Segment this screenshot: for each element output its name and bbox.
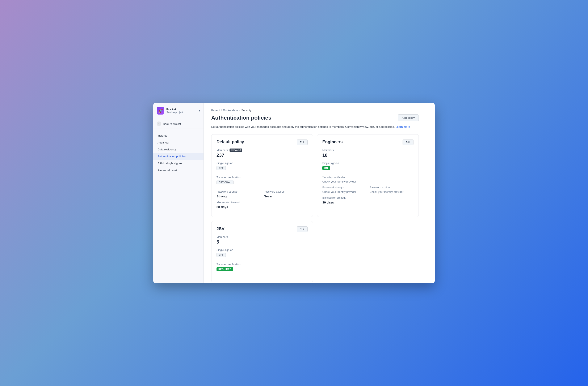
- engineers-policy-pw-row: Password strength Check your identity pr…: [322, 186, 414, 193]
- main-content: Project / Rocket desk / Security Authent…: [204, 103, 435, 283]
- sidebar-project-name: Rocket: [166, 108, 183, 111]
- 2sv-policy-edit-button[interactable]: Edit: [297, 226, 308, 232]
- policy-card-engineers: Engineers Edit Members 18 Single sign-on…: [317, 134, 419, 217]
- engineers-policy-sso-badge: ON: [322, 166, 330, 170]
- default-policy-edit-button[interactable]: Edit: [297, 139, 308, 145]
- engineers-policy-2sv-value: Check your identity provider: [322, 180, 414, 183]
- policy-card-2sv: 2SV Edit Members 5 Single sign-on OFF Tw…: [211, 221, 313, 282]
- engineers-policy-members-label: Members: [322, 149, 414, 152]
- default-policy-badge: DEFAULT: [230, 149, 242, 152]
- 2sv-policy-sso-label: Single sign-on: [216, 249, 308, 251]
- sidebar-header[interactable]: 🚀 Rocket Service project ▾: [153, 103, 204, 119]
- default-policy-idle-section: Idle session timeout 30 days: [216, 201, 308, 209]
- sidebar-item-auth-policies[interactable]: Authentication policies: [153, 153, 204, 160]
- sidebar-item-insights[interactable]: Insights: [153, 132, 204, 139]
- 2sv-policy-2sv-section: Two-step verification REQUIRED: [216, 263, 308, 274]
- default-policy-pw-expires-label: Password expires: [264, 190, 308, 193]
- app-container: 🚀 Rocket Service project ▾ ← Back to pro…: [153, 103, 435, 283]
- breadcrumb-rocket-desk[interactable]: Rocket desk: [223, 109, 238, 112]
- page-description: Set authentication policies with your ma…: [211, 125, 419, 129]
- sidebar: 🚀 Rocket Service project ▾ ← Back to pro…: [153, 103, 204, 283]
- add-policy-button[interactable]: Add policy: [398, 114, 419, 121]
- default-policy-members-count: 237: [216, 153, 308, 158]
- engineers-policy-idle-label: Idle session timeout: [322, 196, 414, 199]
- back-to-project-label: Back to project: [163, 122, 181, 125]
- 2sv-policy-2sv-badge: REQUIRED: [216, 267, 233, 271]
- page-title: Authentication policies: [211, 115, 271, 121]
- sidebar-project-info: Rocket Service project: [166, 108, 183, 114]
- engineers-policy-pw-strength: Password strength Check your identity pr…: [322, 186, 366, 193]
- engineers-policy-2sv-section: Two-step verification Check your identit…: [322, 176, 414, 183]
- 2sv-policy-sso-badge: OFF: [216, 253, 226, 257]
- engineers-policy-idle-value: 30 days: [322, 201, 414, 204]
- engineers-policy-edit-button[interactable]: Edit: [402, 139, 414, 145]
- content-inner: Project / Rocket desk / Security Authent…: [204, 103, 426, 283]
- engineers-policy-pw-expires: Password expires Check your identity pro…: [370, 186, 414, 193]
- back-to-project-button[interactable]: ← Back to project: [153, 119, 204, 129]
- default-policy-sso-badge: OFF: [216, 166, 226, 170]
- engineers-policy-2sv-label: Two-step verification: [322, 176, 414, 179]
- default-policy-2sv-section: Two-step verification OPTIONAL: [216, 176, 308, 187]
- default-policy-pw-expires-value: Never: [264, 194, 308, 198]
- breadcrumb: Project / Rocket desk / Security: [211, 109, 419, 112]
- engineers-policy-sso-label: Single sign-on: [322, 162, 414, 165]
- 2sv-policy-members-label: Members: [216, 235, 308, 238]
- breadcrumb-sep-1: /: [221, 109, 222, 112]
- default-policy-sso-label: Single sign-on: [216, 162, 308, 165]
- page-header: Authentication policies Add policy: [211, 114, 419, 121]
- engineers-policy-members-count: 18: [322, 153, 414, 158]
- default-policy-sso-section: Single sign-on OFF: [216, 162, 308, 173]
- policy-card-default: Default policy Edit Members DEFAULT 237 …: [211, 134, 313, 217]
- default-policy-pw-strength: Password strength Strong: [216, 190, 260, 198]
- sidebar-item-audit-log[interactable]: Audit log: [153, 139, 204, 146]
- engineers-policy-sso-section: Single sign-on ON: [322, 162, 414, 173]
- default-policy-pw-strength-value: Strong: [216, 194, 260, 198]
- sidebar-item-password-reset[interactable]: Password reset: [153, 167, 204, 174]
- 2sv-policy-2sv-label: Two-step verification: [216, 263, 308, 266]
- breadcrumb-sep-2: /: [239, 109, 240, 112]
- default-policy-members-label: Members DEFAULT: [216, 149, 308, 152]
- default-policy-2sv-label: Two-step verification: [216, 176, 308, 179]
- 2sv-policy-title: 2SV: [216, 226, 225, 231]
- sidebar-nav: Insights Audit log Data residency Authen…: [153, 129, 204, 283]
- default-policy-idle-label: Idle session timeout: [216, 201, 308, 204]
- 2sv-policy-sso-section: Single sign-on OFF: [216, 249, 308, 260]
- breadcrumb-project[interactable]: Project: [211, 109, 220, 112]
- chevron-down-icon: ▾: [199, 109, 200, 112]
- 2sv-policy-header: 2SV Edit: [216, 226, 308, 232]
- engineers-policy-header: Engineers Edit: [322, 139, 414, 145]
- breadcrumb-security: Security: [241, 109, 251, 112]
- learn-more-link[interactable]: Learn more: [396, 125, 410, 128]
- default-policy-pw-expires: Password expires Never: [264, 190, 308, 198]
- default-policy-title: Default policy: [216, 139, 244, 144]
- engineers-policy-pw-expires-label: Password expires: [370, 186, 414, 189]
- engineers-policy-pw-strength-label: Password strength: [322, 186, 366, 189]
- engineers-policy-title: Engineers: [322, 139, 343, 144]
- default-policy-2sv-badge: OPTIONAL: [216, 180, 233, 184]
- sidebar-item-saml-sso[interactable]: SAML single sign-on: [153, 160, 204, 167]
- 2sv-policy-members-count: 5: [216, 239, 308, 245]
- sidebar-project-subtitle: Service project: [166, 111, 183, 114]
- engineers-policy-pw-strength-value: Check your identity provider: [322, 190, 366, 193]
- policy-grid: Default policy Edit Members DEFAULT 237 …: [211, 134, 419, 282]
- default-policy-pw-row: Password strength Strong Password expire…: [216, 190, 308, 198]
- sidebar-logo: 🚀: [157, 107, 164, 115]
- default-policy-idle-value: 30 days: [216, 205, 308, 209]
- default-policy-header: Default policy Edit: [216, 139, 308, 145]
- engineers-policy-pw-expires-value: Check your identity provider: [370, 190, 414, 193]
- engineers-policy-idle-section: Idle session timeout 30 days: [322, 196, 414, 204]
- back-icon: ←: [157, 121, 161, 126]
- sidebar-item-data-residency[interactable]: Data residency: [153, 146, 204, 153]
- default-policy-pw-strength-label: Password strength: [216, 190, 260, 193]
